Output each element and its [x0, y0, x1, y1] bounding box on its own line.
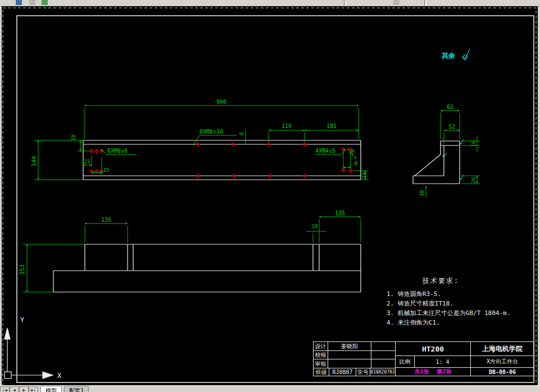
part-name: X方向工作台	[470, 355, 534, 368]
drawing-frame	[17, 16, 534, 382]
tech-req-item: 4. 未注倒角为C1.	[387, 318, 530, 327]
dim-144: 144	[31, 156, 37, 166]
dim-135-right: 135	[335, 210, 345, 216]
empty-cell	[328, 359, 371, 368]
dim-181: 181	[326, 123, 337, 129]
ucs-y-arrow	[4, 328, 10, 339]
dimension-lines	[23, 106, 480, 292]
cad-drawing: 900 116 181 18 144 23 15 8 39 8 18 8XM8↧…	[0, 0, 540, 392]
dim-18-right: 18	[362, 172, 367, 179]
empty-cell	[328, 350, 371, 359]
tab-model[interactable]: 模型	[40, 386, 62, 392]
top-view-outline	[83, 140, 361, 180]
sheet-total: 共1张	[414, 368, 429, 376]
dim-15: 15	[103, 167, 110, 173]
drawing-number: DB-00-06	[470, 367, 534, 376]
title-block: 设计 姜晓阳 校核 审核 班级 RJ0807 学号 08108207031 HT…	[313, 341, 534, 376]
last-sheet-button[interactable]: ▶|	[29, 386, 38, 392]
scale-label: 比例	[395, 355, 415, 368]
dim-23: 23	[84, 159, 90, 165]
dim-10: 10	[419, 190, 425, 197]
cad-window: 900 116 181 18 144 23 15 8 39 8 18 8XM8↧…	[0, 0, 540, 392]
student-id-label: 学号	[356, 368, 370, 376]
student-id-value: 08108207031	[370, 368, 396, 376]
ucs-x-arrow	[43, 372, 53, 379]
dim-52: 52	[448, 124, 455, 130]
first-sheet-button[interactable]: |◀	[0, 386, 10, 392]
dim-18-left: 18	[71, 135, 76, 141]
tech-req-item: 1. 铸造圆角R3-5.	[387, 289, 530, 299]
tech-req-item: 3. 机械加工未注尺寸公差为GB/T 1804-m.	[387, 308, 530, 318]
class-label: 班级	[313, 368, 329, 376]
dim-900: 900	[216, 99, 226, 105]
dim-16: 16	[471, 141, 477, 147]
ucs-x-label: X	[57, 372, 62, 380]
ucs-icon	[4, 328, 53, 379]
empty-cell	[371, 341, 396, 351]
prev-sheet-button[interactable]: ◀	[10, 386, 19, 392]
side-view-outline	[413, 141, 460, 184]
dim-135-left: 135	[101, 217, 111, 223]
sheet-info: 共1张 第2张	[395, 367, 471, 376]
dimension-texts: 900 116 181 18 144 23 15 8 39 8 18 8XM8↧…	[19, 99, 477, 275]
front-view-outline	[53, 244, 361, 292]
part-geometry	[53, 140, 460, 292]
material-spec: HT200	[395, 341, 471, 356]
sheet-number: 第2张	[437, 368, 452, 376]
rest-label: 其余	[441, 52, 455, 60]
tech-req-item: 2. 铸造尺寸精度IT18.	[387, 299, 530, 308]
dim-153: 153	[19, 265, 25, 275]
surface-finish-marks: 其余	[441, 49, 470, 180]
label-4xm4: 4XM4↧5	[315, 148, 335, 154]
dim-26: 26	[471, 177, 477, 184]
audit-label: 审核	[313, 359, 328, 368]
scale-value: 1: 4	[414, 355, 471, 368]
empty-cell	[371, 359, 396, 368]
tab-layout1[interactable]: 配置1	[64, 386, 89, 392]
label-8xm8: 8XM8↧10	[199, 129, 223, 135]
class-value: RJ0807	[329, 368, 356, 376]
dim-8-mid: 8	[239, 132, 244, 135]
paper-boundary	[3, 8, 536, 387]
designer-name: 姜晓阳	[328, 341, 371, 351]
label-6xm8: 6XM8↧6	[107, 148, 128, 154]
design-label: 设计	[313, 341, 328, 351]
ucs-y-label: Y	[20, 316, 25, 324]
empty-cell	[371, 350, 396, 359]
rest-roughness-symbol	[462, 49, 470, 60]
check-label: 校核	[313, 350, 328, 359]
sheet-tab-bar: |◀ ◀ ▶ ▶| 模型 配置1	[0, 385, 540, 392]
next-sheet-button[interactable]: ▶	[19, 386, 29, 392]
school-name: 上海电机学院	[470, 341, 534, 356]
dim-20: 20	[312, 224, 318, 229]
hole-markers	[89, 142, 353, 179]
dim-62: 62	[447, 104, 453, 110]
technical-requirements: 技术要求: 1. 铸造圆角R3-5. 2. 铸造尺寸精度IT18. 3. 机械加…	[387, 276, 530, 327]
dim-116: 116	[282, 123, 292, 129]
dim-8-right: 8	[354, 161, 357, 166]
tech-req-title: 技术要求:	[387, 276, 530, 286]
